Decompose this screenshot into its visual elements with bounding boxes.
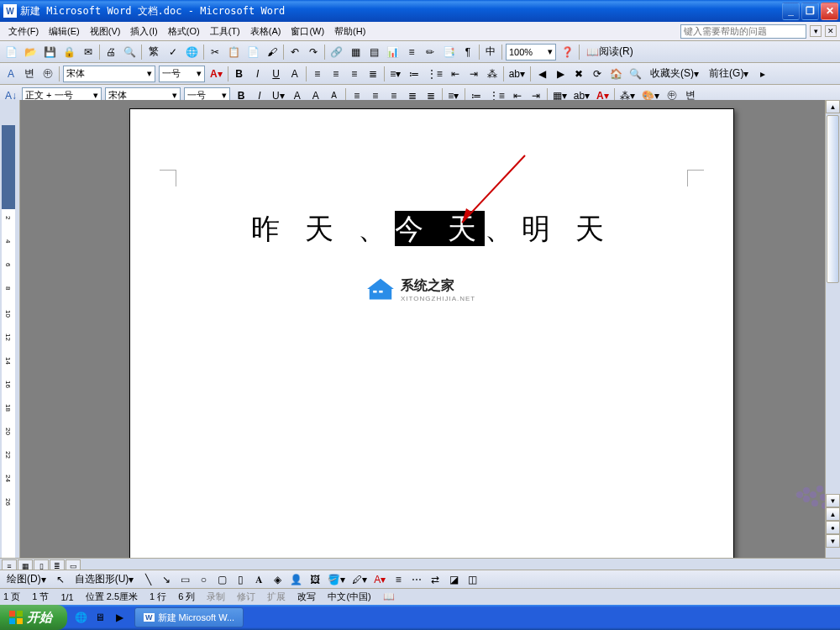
preview-button[interactable]: 🔍 (121, 44, 139, 60)
toolbar-overflow-button[interactable]: ▸ (754, 66, 771, 82)
close-button[interactable]: ✕ (821, 3, 838, 20)
goto-button[interactable]: 前往(G)▾ (705, 66, 753, 82)
align-left-button[interactable]: ≡ (309, 66, 326, 82)
align-center-button[interactable]: ≡ (328, 66, 344, 82)
nav-home-button[interactable]: 🏠 (607, 66, 625, 82)
favorites-button[interactable]: 收藏夹(S)▾ (646, 66, 703, 82)
arrow-tool[interactable]: ↘ (158, 571, 175, 588)
align-right-button[interactable]: ≡ (346, 66, 363, 82)
save-button[interactable]: 💾 (41, 44, 59, 60)
char-scale-button[interactable]: ⁂ (484, 66, 501, 82)
vertical-textbox-tool[interactable]: ▯ (232, 571, 249, 588)
wordart-tool[interactable]: 𝐀 (250, 571, 267, 588)
italic-button[interactable]: I (249, 66, 266, 82)
undo-button[interactable]: ↶ (286, 44, 303, 60)
font-color-tool[interactable]: A▾ (371, 571, 388, 588)
autoshapes-menu[interactable]: 自选图形(U)▾ (71, 571, 139, 588)
nav-stop-button[interactable]: ✖ (570, 66, 587, 82)
menu-help[interactable]: 帮助(H) (329, 24, 370, 39)
vertical-scrollbar[interactable]: ▲ ▼ ▲ ● ▼ (825, 100, 840, 558)
redo-button[interactable]: ↷ (305, 44, 322, 60)
status-language[interactable]: 中文(中国) (328, 591, 370, 603)
excel-button[interactable]: 📊 (384, 44, 402, 60)
rectangle-tool[interactable]: ▭ (176, 571, 193, 588)
status-record[interactable]: 录制 (207, 591, 225, 603)
menu-insert[interactable]: 插入(I) (125, 24, 162, 39)
distribute-button[interactable]: ≣ (365, 66, 381, 82)
minimize-button[interactable]: _ (782, 3, 800, 20)
size-combo[interactable]: 一号▾ (159, 66, 205, 82)
open-button[interactable]: 📂 (22, 44, 39, 60)
start-button[interactable]: 开始 (0, 605, 67, 630)
help-search-input[interactable] (680, 24, 806, 39)
select-objects-button[interactable]: ↖ (52, 571, 69, 588)
menu-file[interactable]: 文件(F) (3, 24, 44, 39)
bold-button[interactable]: B (231, 66, 248, 82)
nav-search-button[interactable]: 🔍 (627, 66, 644, 82)
document-text[interactable]: 昨 天 、今 天、明 天 (189, 210, 675, 249)
print-button[interactable]: 🖨 (102, 44, 119, 60)
char-border-button[interactable]: A (286, 66, 303, 82)
paste-button[interactable]: 📄 (244, 44, 262, 60)
picture-tool[interactable]: 🖼 (307, 571, 323, 588)
scroll-thumb[interactable] (827, 115, 839, 283)
scroll-down-button[interactable]: ▼ (826, 494, 840, 507)
textbox-tool[interactable]: ▢ (213, 571, 230, 588)
spellcheck-button[interactable]: ✓ (165, 44, 181, 60)
permission-button[interactable]: 🔒 (60, 44, 78, 60)
research-button[interactable]: 🌐 (183, 44, 201, 60)
outdent-button[interactable]: ⇤ (447, 66, 464, 82)
insert-table-button[interactable]: ▤ (365, 44, 382, 60)
bullets-button[interactable]: ⋮≡ (424, 66, 445, 82)
nav-forward-button[interactable]: ▶ (552, 66, 569, 82)
shadow-tool[interactable]: ◪ (445, 571, 462, 588)
copy-button[interactable]: 📋 (225, 44, 243, 60)
phonetic-button[interactable]: 변 (21, 66, 38, 82)
close-document-button[interactable]: ✕ (825, 25, 837, 37)
read-button[interactable]: 📖 阅读(R) (582, 44, 638, 60)
help-button[interactable]: ❓ (559, 44, 576, 60)
fill-color-tool[interactable]: 🪣▾ (325, 571, 348, 588)
3d-tool[interactable]: ◫ (464, 571, 480, 588)
status-spellcheck-icon[interactable]: 📖 (383, 591, 395, 602)
menu-edit[interactable]: 编辑(E) (44, 24, 85, 39)
menu-tools[interactable]: 工具(T) (205, 24, 245, 39)
menu-window[interactable]: 窗口(W) (286, 24, 329, 39)
ql-ie-icon[interactable]: 🌐 (72, 609, 89, 626)
taskbar-word-button[interactable]: W 新建 Microsoft W... (134, 607, 244, 627)
menu-table[interactable]: 表格(A) (245, 24, 286, 39)
browse-object-button[interactable]: ● (826, 521, 840, 534)
docmap-button[interactable]: 📑 (440, 44, 458, 60)
ql-media-icon[interactable]: ▶ (111, 609, 128, 626)
scroll-up-button[interactable]: ▲ (826, 100, 840, 113)
prev-page-button[interactable]: ▲ (826, 507, 840, 521)
font-color-button[interactable]: A▾ (207, 66, 225, 82)
ql-desktop-icon[interactable]: 🖥 (92, 609, 108, 626)
dash-style-tool[interactable]: ⋯ (408, 571, 425, 588)
tables-borders-button[interactable]: ▦ (347, 44, 364, 60)
format-painter-button[interactable]: 🖌 (264, 44, 281, 60)
arrow-style-tool[interactable]: ⇄ (427, 571, 444, 588)
line-color-tool[interactable]: 🖊▾ (349, 571, 370, 588)
highlight-button[interactable]: ab▾ (507, 66, 528, 82)
menu-format[interactable]: 格式(O) (163, 24, 205, 39)
showmarks-button[interactable]: ¶ (459, 44, 476, 60)
styles-button[interactable]: A (3, 66, 19, 82)
enclose-button[interactable]: ㊥ (39, 66, 56, 82)
line-tool[interactable]: ╲ (139, 571, 156, 588)
zoom-combo[interactable]: 100%▾ (506, 44, 556, 60)
status-overwrite[interactable]: 改写 (297, 591, 316, 603)
status-revision[interactable]: 修订 (237, 591, 255, 603)
traditional-button[interactable]: 繁 (144, 44, 163, 60)
columns-button[interactable]: ≡ (403, 44, 420, 60)
nav-back-button[interactable]: ◀ (533, 66, 550, 82)
document-page[interactable]: 昨 天 、今 天、明 天 系统之家 XITONGZHIJIA.NET (129, 108, 734, 558)
new-button[interactable]: 📄 (3, 44, 20, 60)
vertical-ruler[interactable]: 2468101214161820222426 (2, 125, 15, 558)
toolbar-options-button[interactable]: ▾ (810, 25, 822, 37)
scroll-track[interactable] (826, 285, 840, 494)
clipart-tool[interactable]: 👤 (287, 571, 305, 588)
font-combo[interactable]: 宋体▾ (63, 66, 155, 82)
indent-button[interactable]: ⇥ (465, 66, 482, 82)
hyperlink-button[interactable]: 🔗 (328, 44, 345, 60)
